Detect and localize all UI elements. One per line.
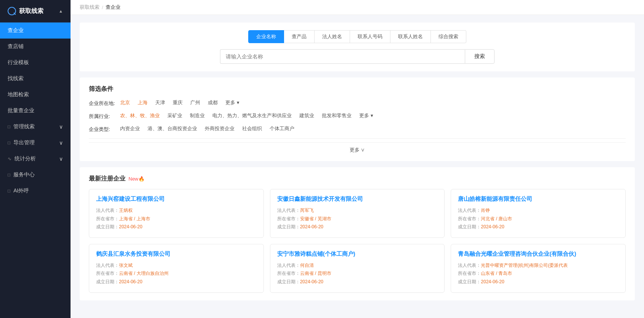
filter-value-chongqing[interactable]: 重庆 — [173, 99, 183, 106]
sidebar-item-label: 统计分析 — [14, 155, 36, 162]
company-location: 所在省市：上海省 / 上海市 — [96, 215, 257, 223]
filter-value-tianjin[interactable]: 天津 — [155, 99, 165, 106]
search-bar: 搜索 — [220, 49, 495, 64]
company-info: 法人代表：肖铮 所在省市：河北省 / 唐山市 成立日期：2024-06-20 — [458, 207, 618, 231]
sidebar-item-cha-dianpu[interactable]: 查店铺 — [0, 39, 71, 55]
tab-lianxi-haoma[interactable]: 联系人号码 — [350, 30, 390, 43]
sidebar-collapse-icon: ∨ — [59, 156, 63, 162]
company-legal-value: 芮军飞 — [300, 208, 314, 213]
tab-cha-chanpin[interactable]: 查产品 — [284, 30, 315, 43]
company-legal-value: 光普中曜资产管理(杭州)有限公司(委派代表 — [481, 263, 568, 268]
sidebar-item-label: 行业模板 — [8, 59, 29, 66]
breadcrumb-parent: 获取线索 — [80, 4, 100, 11]
company-legal-value: 肖铮 — [481, 208, 490, 213]
filter-value-mining[interactable]: 采矿业 — [167, 112, 182, 119]
search-tabs: 企业名称 查产品 法人姓名 联系人号码 联系人姓名 综合搜索 — [89, 30, 626, 43]
company-legal-value: 何自清 — [300, 263, 314, 268]
filter-value-construction[interactable]: 建筑业 — [299, 112, 314, 119]
company-card[interactable]: 唐山皓榕新能源有限责任公司 法人代表：肖铮 所在省市：河北省 / 唐山市 成立日… — [451, 189, 626, 238]
sidebar-item-daochu-guanli[interactable]: □ 导出管理 ∨ — [0, 135, 71, 151]
company-info: 法人代表：张文斌 所在省市：云南省 / 大理白族自治州 成立日期：2024-06… — [96, 262, 257, 286]
filter-value-beijing[interactable]: 北京 — [120, 99, 130, 106]
company-card[interactable]: 安宁市雅诗糕点铺(个体工商户) 法人代表：何自清 所在省市：云南省 / 昆明市 … — [270, 244, 445, 293]
latest-title: 最新注册企业 New🔥 — [89, 175, 626, 183]
company-grid: 上海兴窑建设工程有限公司 法人代表：王炳权 所在省市：上海省 / 上海市 成立日… — [89, 189, 626, 293]
company-legal: 法人代表：芮军飞 — [277, 207, 438, 215]
filter-values-industry: 农、林、牧、渔业 采矿业 制造业 电力、热力、燃气及水生产和供应业 建筑业 批发… — [120, 112, 626, 119]
latest-title-text: 最新注册企业 — [89, 175, 125, 183]
company-date: 成立日期：2024-06-20 — [96, 278, 257, 286]
filter-value-retail[interactable]: 批发和零售业 — [322, 112, 352, 119]
sidebar-logo-text: 获取线索 — [19, 7, 43, 15]
filter-value-guangzhou[interactable]: 广州 — [190, 99, 200, 106]
breadcrumb-separator: / — [102, 5, 103, 10]
sidebar-item-piliang-cha[interactable]: 批量查企业 — [0, 103, 71, 119]
tab-faren-xingming[interactable]: 法人姓名 — [315, 30, 350, 43]
company-name: 上海兴窑建设工程有限公司 — [96, 195, 257, 203]
filter-value-shanghai[interactable]: 上海 — [138, 99, 148, 106]
filter-more-row: 更多 ∨ — [89, 142, 626, 153]
new-badge: New🔥 — [128, 176, 145, 182]
company-legal: 法人代表：何自清 — [277, 262, 438, 270]
sidebar-item-cha-qiye[interactable]: 查企业 — [0, 23, 71, 39]
company-card[interactable]: 鹤庆县汇泉水务投资有限公司 法人代表：张文斌 所在省市：云南省 / 大理白族自治… — [89, 244, 264, 293]
company-date-value: 2024-06-20 — [300, 279, 323, 284]
company-location-value: 安徽省 / 芜湖市 — [300, 216, 331, 221]
company-location-value: 云南省 / 大理白族自治州 — [119, 271, 169, 276]
filter-value-energy[interactable]: 电力、热力、燃气及水生产和供应业 — [212, 112, 292, 119]
sidebar-item-zhao-xianshuo[interactable]: 找线索 — [0, 71, 71, 87]
company-name: 鹤庆县汇泉水务投资有限公司 — [96, 250, 257, 258]
company-name: 青岛融合光曜企业管理咨询合伙企业(有限合伙) — [458, 250, 618, 258]
filter-row-location: 企业所在地: 北京 上海 天津 重庆 广州 成都 更多 ▾ — [89, 99, 626, 107]
sidebar-item-label: 地图检索 — [8, 91, 29, 98]
company-date-value: 2024-06-20 — [481, 224, 504, 229]
filter-section: 筛选条件 企业所在地: 北京 上海 天津 重庆 广州 成都 更多 ▾ 所属行业: — [80, 77, 635, 161]
sidebar-item-label: 查企业 — [8, 27, 24, 34]
company-info: 法人代表：何自清 所在省市：云南省 / 昆明市 成立日期：2024-06-20 — [277, 262, 438, 286]
sidebar-item-hangye-muban[interactable]: 行业模板 — [0, 55, 71, 71]
filter-row-industry: 所属行业: 农、林、牧、渔业 采矿业 制造业 电力、热力、燃气及水生产和供应业 … — [89, 112, 626, 120]
company-legal: 法人代表：肖铮 — [458, 207, 618, 215]
company-date-value: 2024-06-20 — [119, 224, 142, 229]
filter-more-industry[interactable]: 更多 ▾ — [359, 112, 373, 119]
company-card[interactable]: 青岛融合光曜企业管理咨询合伙企业(有限合伙) 法人代表：光普中曜资产管理(杭州)… — [451, 244, 626, 293]
tab-qiye-mingcheng[interactable]: 企业名称 — [248, 30, 284, 43]
filter-more-location[interactable]: 更多 ▾ — [225, 99, 239, 106]
sidebar-item-label: 导出管理 — [13, 139, 35, 146]
company-date-value: 2024-06-20 — [300, 224, 323, 229]
company-location-value: 上海省 / 上海市 — [119, 216, 150, 221]
filter-value-hkmo[interactable]: 港、澳、台商投资企业 — [148, 125, 197, 132]
company-location: 所在省市：安徽省 / 芜湖市 — [277, 215, 438, 223]
filter-value-individual[interactable]: 个体工商户 — [270, 125, 294, 132]
company-date-value: 2024-06-20 — [119, 279, 142, 284]
filter-value-agriculture[interactable]: 农、林、牧、渔业 — [120, 112, 160, 119]
company-location: 所在省市：云南省 / 大理白族自治州 — [96, 270, 257, 278]
filter-value-social[interactable]: 社会组织 — [242, 125, 262, 132]
sidebar-item-tongji-fenxi[interactable]: ∿ 统计分析 ∨ — [0, 151, 71, 167]
company-card[interactable]: 上海兴窑建设工程有限公司 法人代表：王炳权 所在省市：上海省 / 上海市 成立日… — [89, 189, 264, 238]
company-card[interactable]: 安徽日鑫新能源技术开发有限公司 法人代表：芮军飞 所在省市：安徽省 / 芜湖市 … — [270, 189, 445, 238]
sidebar-item-fuwu-zhongxin[interactable]: □ 服务中心 — [0, 167, 71, 183]
search-area: 企业名称 查产品 法人姓名 联系人号码 联系人姓名 综合搜索 搜索 — [80, 23, 635, 71]
sidebar-item-ditu-sousuo[interactable]: 地图检索 — [0, 87, 71, 103]
filter-value-manufacturing[interactable]: 制造业 — [190, 112, 205, 119]
sidebar-item-guanli-xiansuo[interactable]: □ 管理线索 ∨ — [0, 119, 71, 135]
filter-divider — [89, 138, 626, 139]
search-input[interactable] — [220, 49, 465, 64]
tab-zonghe-sousuo[interactable]: 综合搜索 — [431, 30, 466, 43]
latest-section: 最新注册企业 New🔥 上海兴窑建设工程有限公司 法人代表：王炳权 所在省市：上… — [80, 167, 635, 300]
breadcrumb: 获取线索 / 查企业 — [71, 0, 644, 15]
company-name: 安徽日鑫新能源技术开发有限公司 — [277, 195, 438, 203]
tab-lianxi-xingming[interactable]: 联系人姓名 — [390, 30, 431, 43]
filter-value-domestic[interactable]: 内资企业 — [120, 125, 140, 132]
filter-expand-button[interactable]: 更多 ∨ — [350, 147, 365, 153]
sidebar-item-ai-waihu[interactable]: □ AI外呼 — [0, 183, 71, 199]
filter-label-location: 企业所在地: — [89, 99, 116, 107]
breadcrumb-current: 查企业 — [106, 4, 120, 11]
search-button[interactable]: 搜索 — [465, 49, 495, 64]
sidebar-logo-arrow: ▲ — [59, 9, 63, 13]
filter-value-chengdu[interactable]: 成都 — [208, 99, 218, 106]
filter-row-type: 企业类型: 内资企业 港、澳、台商投资企业 外商投资企业 社会组织 个体工商户 — [89, 125, 626, 133]
sidebar-item-label: 服务中心 — [13, 171, 35, 178]
filter-value-foreign[interactable]: 外商投资企业 — [205, 125, 234, 132]
